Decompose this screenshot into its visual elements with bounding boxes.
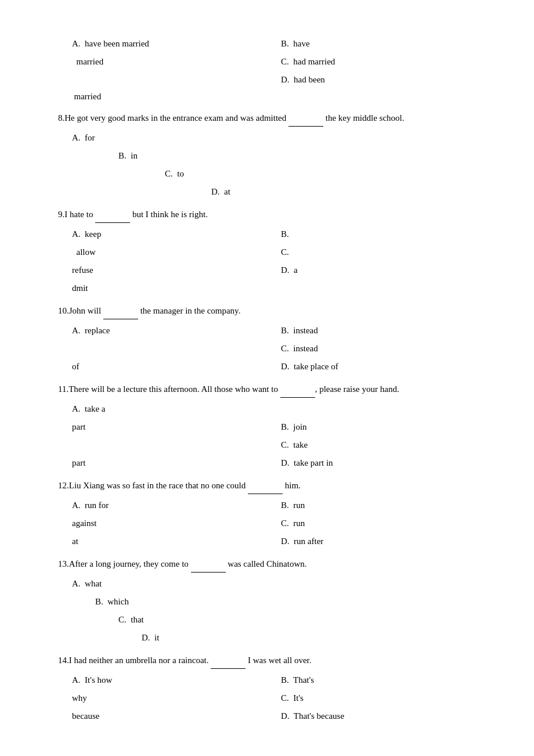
option-a-cont: why: [70, 689, 279, 707]
question-13: 13.After a long journey, they come to wa…: [58, 556, 488, 647]
option-b: B. which: [93, 593, 488, 611]
question-10: 10.John will the manager in the company.…: [58, 303, 488, 376]
option-d: D. a: [279, 261, 488, 279]
option-a: A. for: [70, 129, 488, 147]
option-d-cont: dmit: [70, 279, 279, 297]
question-8: 8.He got very good marks in the entrance…: [58, 110, 488, 201]
option-label: A.: [72, 39, 81, 48]
question-12-text: 12.Liu Xiang was so fast in the race tha…: [58, 478, 488, 494]
question-12-options: A. run for B. run against C. run at D. r…: [70, 496, 488, 550]
question-10-text: 10.John will the manager in the company.: [58, 303, 488, 319]
question-8-text: 8.He got very good marks in the entrance…: [58, 110, 488, 127]
option-b: B.: [279, 225, 488, 243]
option-b: B. join: [279, 418, 488, 436]
blank-12: [248, 478, 283, 494]
option-label: B.: [281, 39, 289, 48]
question-12: 12.Liu Xiang was so fast in the race tha…: [58, 478, 488, 550]
option-a-cont: against: [70, 514, 279, 532]
option-c: C. instead: [279, 340, 488, 358]
option-d: D. run after: [279, 532, 488, 550]
question-13-options: A. what B. which C. that D. it: [70, 575, 488, 647]
option-c-cont: at: [70, 532, 279, 550]
option-a: A. take a: [70, 400, 279, 418]
option-d: D. at: [209, 183, 488, 201]
option-c: C.: [279, 243, 488, 261]
question-13-text: 13.After a long journey, they come to wa…: [58, 556, 488, 573]
blank-14: [211, 653, 246, 669]
option-c: C. had married: [279, 53, 488, 71]
option-c: C. It's: [279, 689, 488, 707]
blank-9: [95, 207, 130, 223]
option-a: A. replace: [70, 322, 279, 340]
option-c-label: refuse: [70, 261, 279, 279]
option-d: D. had been: [279, 71, 488, 89]
option-a: A. It's how: [70, 671, 279, 689]
option-a: A. keep: [70, 225, 279, 243]
question-8-options: A. for B. in C. to D. at: [70, 129, 488, 201]
question-14-options: A. It's how B. That's why C. It's becaus…: [70, 671, 488, 725]
option-d: D. take part in: [279, 454, 488, 472]
option-b: B. run: [279, 496, 488, 514]
option-c: C. run: [279, 514, 488, 532]
question-9-options: A. keep B. allow C. refuse D. a dmit: [70, 225, 488, 297]
option-d: D. That's because: [279, 707, 488, 725]
option-c-cont: part: [70, 454, 279, 472]
question-11-options: A. take a part B. join C. take part D. t…: [70, 400, 488, 472]
blank-8: [288, 110, 323, 127]
option-b: B. instead: [279, 322, 488, 340]
option-label: C.: [281, 57, 289, 66]
top-options-block: A. have been married B. have married C. …: [58, 35, 488, 105]
option-a: A. run for: [70, 496, 279, 514]
option-c: C. take: [279, 436, 488, 454]
option-a-cont: allow: [70, 243, 279, 261]
question-9: 9.I hate to but I think he is right. A. …: [58, 207, 488, 297]
option-b: B. in: [116, 147, 488, 165]
option-b: B. That's: [279, 671, 488, 689]
option-a-cont: married: [70, 53, 279, 71]
option-c: C. that: [116, 611, 488, 629]
blank-10: [103, 303, 138, 319]
question-14-text: 14.I had neither an umbrella nor a rainc…: [58, 653, 488, 669]
option-a: A. have been married: [70, 35, 279, 53]
option-c-cont: of: [70, 358, 279, 376]
option-c: C. to: [163, 165, 488, 183]
option-a-cont: part: [70, 418, 279, 436]
option-d: D. take place of: [279, 358, 488, 376]
blank-13: [191, 556, 226, 573]
option-c-cont: because: [70, 707, 279, 725]
option-d-cont: married: [70, 89, 488, 105]
question-9-text: 9.I hate to but I think he is right.: [58, 207, 488, 223]
question-11-text: 11.There will be a lecture this afternoo…: [58, 381, 488, 398]
blank-11: [280, 381, 315, 398]
option-a: A. what: [70, 575, 488, 593]
option-label: D.: [281, 75, 290, 84]
option-d: D. it: [139, 629, 488, 647]
exam-content: A. have been married B. have married C. …: [58, 35, 488, 725]
question-11: 11.There will be a lecture this afternoo…: [58, 381, 488, 472]
question-14: 14.I had neither an umbrella nor a rainc…: [58, 653, 488, 725]
question-10-options: A. replace B. instead C. instead of D. t…: [70, 322, 488, 376]
option-b: B. have: [279, 35, 488, 53]
